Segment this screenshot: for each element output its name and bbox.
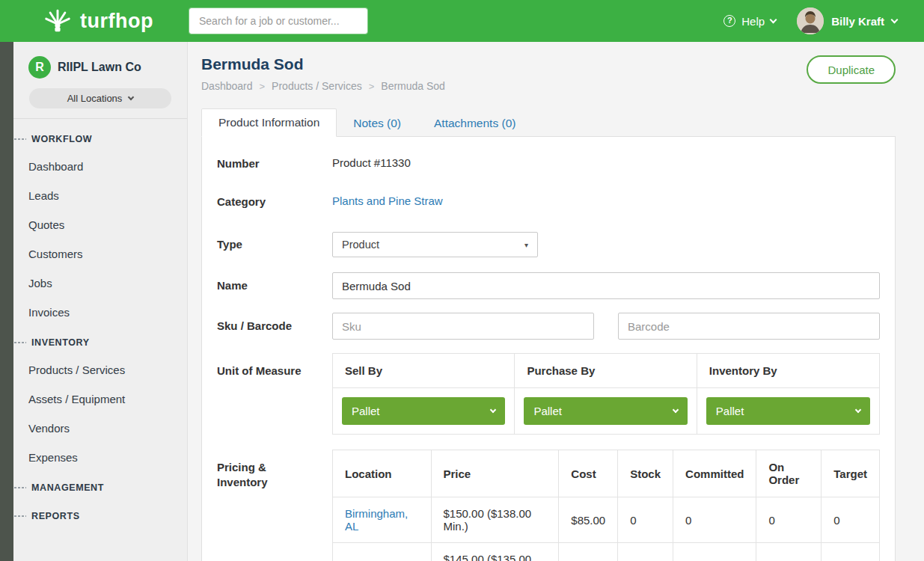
- price-cell: $150.00 ($138.00 Min.): [431, 497, 559, 543]
- main-content: Bermuda Sod Dashboard > Products / Servi…: [188, 42, 924, 561]
- topbar: turfhop ? Help Billy Kraft: [0, 0, 924, 42]
- sidebar-item-expenses[interactable]: Expenses: [13, 443, 187, 472]
- company-name: RIIPL Lawn Co: [58, 61, 141, 74]
- nav-section-label: REPORTS: [31, 511, 80, 521]
- barcode-input[interactable]: [618, 313, 880, 340]
- sprinkler-icon: [43, 6, 73, 36]
- on-order-cell: 0: [756, 497, 821, 543]
- stock-cell: 0: [618, 497, 673, 543]
- sidebar: R RIIPL Lawn Co All Locations WORKFLOW D…: [13, 42, 188, 561]
- app-root: turfhop ? Help Billy Kraft: [0, 0, 924, 561]
- breadcrumb-dashboard[interactable]: Dashboard: [201, 80, 253, 92]
- table-row: Opelika, AL $145.00 ($135.00 Min.) $80.0…: [333, 543, 880, 561]
- pricing-col-stock: Stock: [618, 450, 673, 497]
- uom-col-purchase-by: Purchase By: [515, 354, 697, 388]
- company-logo: R: [28, 56, 51, 79]
- nav-section-inventory[interactable]: INVENTORY: [13, 327, 187, 355]
- price-cell: $145.00 ($135.00 Min.): [431, 543, 559, 561]
- category-link[interactable]: Plants and Pine Straw: [332, 194, 443, 207]
- sidebar-item-dashboard[interactable]: Dashboard: [13, 152, 187, 181]
- sidebar-header: R RIIPL Lawn Co All Locations: [13, 52, 187, 119]
- unit-of-measure-table: Sell By Purchase By Inventory By Palle: [332, 353, 880, 435]
- name-input[interactable]: [332, 272, 880, 299]
- chevron-down-icon: ▾: [524, 241, 528, 249]
- type-label: Type: [217, 237, 332, 252]
- pricing-table: Location Price Cost Stock Committed On O…: [332, 450, 880, 561]
- user-menu[interactable]: Billy Kraft: [797, 7, 897, 34]
- section-dashes-icon: [14, 138, 26, 140]
- committed-cell: 0: [673, 543, 756, 561]
- section-dashes-icon: [14, 515, 26, 517]
- type-select-value: Product: [342, 239, 379, 251]
- sidebar-item-jobs[interactable]: Jobs: [13, 269, 187, 298]
- type-select[interactable]: Product ▾: [332, 232, 538, 257]
- nav-section-workflow[interactable]: WORKFLOW: [13, 123, 187, 152]
- sidebar-item-vendors[interactable]: Vendors: [13, 414, 187, 443]
- tab-attachments[interactable]: Attachments (0): [417, 110, 532, 137]
- number-label: Number: [217, 156, 332, 171]
- brand-logo[interactable]: turfhop: [43, 6, 189, 36]
- inventory-by-select[interactable]: Pallet: [706, 397, 870, 425]
- user-name: Billy Kraft: [831, 15, 884, 28]
- section-dashes-icon: [14, 487, 26, 488]
- tab-bar: Product Information Notes (0) Attachment…: [201, 108, 896, 137]
- breadcrumb-products-services[interactable]: Products / Services: [272, 80, 362, 92]
- purchase-by-select[interactable]: Pallet: [524, 397, 687, 425]
- nav-section-management[interactable]: MANAGEMENT: [13, 472, 187, 500]
- sidebar-item-invoices[interactable]: Invoices: [13, 298, 187, 327]
- inventory-by-value: Pallet: [716, 405, 744, 417]
- name-label: Name: [217, 278, 332, 293]
- breadcrumb: Dashboard > Products / Services > Bermud…: [201, 80, 445, 92]
- avatar: [797, 7, 824, 34]
- chevron-down-icon: [770, 16, 777, 23]
- pricing-col-on-order: On Order: [756, 450, 821, 497]
- pricing-inventory-label: Pricing & Inventory: [217, 450, 332, 561]
- unit-of-measure-label: Unit of Measure: [217, 353, 332, 435]
- sku-barcode-label: Sku / Barcode: [217, 319, 332, 334]
- cost-cell: $80.00: [559, 543, 618, 561]
- tab-product-information[interactable]: Product Information: [201, 108, 337, 137]
- nav-section-label: WORKFLOW: [31, 134, 92, 144]
- section-dashes-icon: [14, 342, 26, 343]
- stock-cell: 0: [618, 543, 673, 561]
- help-label: Help: [741, 15, 765, 28]
- sidebar-nav: WORKFLOW Dashboard Leads Quotes Customer…: [13, 119, 187, 529]
- sidebar-item-customers[interactable]: Customers: [13, 239, 187, 269]
- purchase-by-value: Pallet: [533, 405, 562, 417]
- sidebar-item-quotes[interactable]: Quotes: [13, 210, 187, 239]
- sidebar-item-leads[interactable]: Leads: [13, 181, 187, 210]
- breadcrumb-separator-icon: >: [369, 81, 375, 92]
- nav-section-label: INVENTORY: [31, 337, 90, 348]
- duplicate-button[interactable]: Duplicate: [807, 55, 896, 84]
- pricing-col-committed: Committed: [673, 450, 756, 497]
- uom-col-sell-by: Sell By: [333, 354, 515, 388]
- target-cell: 0: [821, 543, 880, 561]
- pricing-col-cost: Cost: [559, 450, 618, 497]
- table-row: Birmingham, AL $150.00 ($138.00 Min.) $8…: [333, 497, 880, 543]
- chevron-down-icon: [891, 16, 899, 23]
- nav-section-reports[interactable]: REPORTS: [13, 500, 187, 529]
- chevron-down-icon: [673, 407, 679, 413]
- category-label: Category: [217, 194, 332, 209]
- sidebar-item-products-services[interactable]: Products / Services: [13, 355, 187, 384]
- question-circle-icon: ?: [723, 15, 735, 27]
- sell-by-value: Pallet: [352, 405, 380, 417]
- sidebar-item-assets-equipment[interactable]: Assets / Equipment: [13, 384, 187, 414]
- pricing-col-target: Target: [821, 450, 880, 497]
- tab-notes[interactable]: Notes (0): [337, 110, 417, 137]
- pricing-col-location: Location: [333, 450, 432, 497]
- target-cell: 0: [821, 497, 880, 543]
- locations-label: All Locations: [67, 93, 123, 104]
- on-order-cell: 0: [756, 543, 821, 561]
- breadcrumb-separator-icon: >: [260, 81, 266, 92]
- all-locations-dropdown[interactable]: All Locations: [29, 88, 171, 108]
- help-menu[interactable]: ? Help: [723, 15, 776, 28]
- chevron-down-icon: [490, 407, 496, 413]
- location-link-birmingham[interactable]: Birmingham, AL: [345, 507, 408, 533]
- search-input[interactable]: [189, 8, 367, 34]
- sell-by-select[interactable]: Pallet: [342, 397, 505, 425]
- number-value: Product #11330: [332, 156, 880, 171]
- page-title: Bermuda Sod: [201, 55, 445, 73]
- global-search: [189, 8, 367, 34]
- sku-input[interactable]: [332, 313, 594, 340]
